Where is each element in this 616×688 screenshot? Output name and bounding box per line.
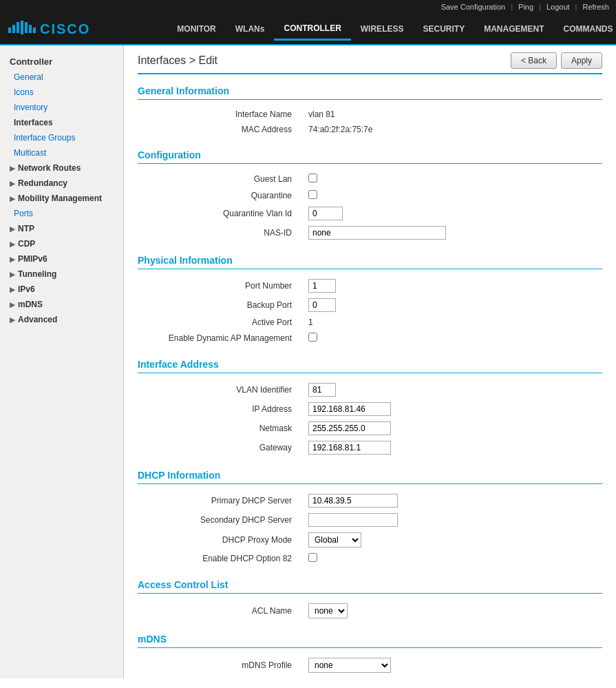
gateway-input[interactable] [308,441,391,455]
backup-port-label: Backup Port [138,295,303,315]
netmask-label: Netmask [138,419,303,438]
interface-address-table: VLAN Identifier IP Address Netmask Gatew… [138,380,602,457]
port-number-row: Port Number [138,276,602,295]
sidebar-item-interfaces[interactable]: Interfaces [0,115,123,130]
sidebar-item-mdns[interactable]: ▶ mDNS [0,297,123,312]
sidebar-item-ntp[interactable]: ▶ NTP [0,221,123,236]
primary-dhcp-input[interactable] [308,494,398,508]
gateway-label: Gateway [138,438,303,457]
page-title: Interfaces > Edit [138,54,217,67]
vlan-id-label: VLAN Identifier [138,380,303,399]
nav-management[interactable]: MANAGEMENT [474,19,553,39]
sidebar-item-label: PMIPv6 [18,254,47,264]
mdns-table: mDNS Profile none [138,655,602,676]
logo-nav-bar: CISCO MONITOR WLANs CONTROLLER WIRELESS … [0,14,616,45]
ip-address-label: IP Address [138,399,303,419]
ip-address-row: IP Address [138,399,602,419]
netmask-input[interactable] [308,421,391,435]
nav-monitor[interactable]: MONITOR [167,19,225,39]
mdns-section: mDNS mDNS Profile none [138,634,602,676]
quarantine-vlan-row: Quarantine Vlan Id [138,204,602,223]
primary-dhcp-row: Primary DHCP Server [138,491,602,510]
arrow-icon: ▶ [10,195,15,202]
sidebar-item-redundancy[interactable]: ▶ Redundancy [0,176,123,191]
mdns-profile-row: mDNS Profile none [138,655,602,676]
primary-dhcp-label: Primary DHCP Server [138,491,303,510]
acl-table: ACL Name none [138,601,602,621]
sidebar-item-tunneling[interactable]: ▶ Tunneling [0,267,123,282]
ping-link[interactable]: Ping [518,3,533,11]
acl-name-select[interactable]: none [308,603,348,618]
sidebar-item-ipv6[interactable]: ▶ IPv6 [0,282,123,297]
active-port-label: Active Port [138,315,303,330]
sidebar-item-network-routes[interactable]: ▶ Network Routes [0,160,123,176]
logout-link[interactable]: Logout [546,3,570,11]
secondary-dhcp-input[interactable] [308,513,398,527]
general-info-title: General Information [138,85,602,100]
acl-section: Access Control List ACL Name none [138,579,602,621]
dhcp-proxy-label: DHCP Proxy Mode [138,530,303,550]
dhcp-proxy-select[interactable]: Global Enabled Disabled [308,532,361,548]
enable-dynamic-checkbox[interactable] [308,333,317,342]
sidebar-item-general[interactable]: General [0,70,123,85]
nav-wlans[interactable]: WLANs [226,19,275,39]
port-number-input[interactable] [308,279,336,293]
mdns-profile-select[interactable]: none [308,658,391,673]
nas-id-input[interactable] [308,226,446,240]
nav-commands[interactable]: COMMANDS [553,19,616,39]
guest-lan-checkbox[interactable] [308,174,317,183]
ip-address-input[interactable] [308,402,391,416]
mdns-profile-label: mDNS Profile [138,655,303,676]
sidebar-item-label: CDP [18,239,35,249]
netmask-row: Netmask [138,419,602,438]
nav-wireless[interactable]: WIRELESS [351,19,414,39]
sidebar-item-cdp[interactable]: ▶ CDP [0,236,123,251]
svg-rect-3 [21,21,23,34]
sidebar-item-ports[interactable]: Ports [0,206,123,221]
sidebar-item-label: Mobility Management [18,194,102,203]
configuration-table: Guest Lan Quarantine Quarantine Vlan Id … [138,171,602,242]
vlan-id-input[interactable] [308,383,336,397]
sidebar-item-icons[interactable]: Icons [0,85,123,100]
arrow-icon: ▶ [10,225,15,233]
enable-dynamic-row: Enable Dynamic AP Management [138,330,602,346]
dhcp-proxy-row: DHCP Proxy Mode Global Enabled Disabled [138,530,602,550]
nav-controller[interactable]: CONTROLLER [274,18,350,41]
interface-name-row: Interface Name vlan 81 [138,107,602,122]
cisco-logo: CISCO [0,15,98,43]
backup-port-input[interactable] [308,298,336,312]
guest-lan-label: Guest Lan [138,171,303,187]
action-buttons: < Back Apply [511,52,602,69]
sidebar-item-label: mDNS [18,300,43,309]
sidebar-item-label: Tunneling [18,269,56,279]
physical-info-table: Port Number Backup Port Active Port 1 En… [138,276,602,346]
quarantine-vlan-input[interactable] [308,207,343,220]
mac-address-label: MAC Address [138,122,303,137]
top-bar: Save Configuration | Ping | Logout | Ref… [0,0,616,14]
guest-lan-row: Guest Lan [138,171,602,187]
arrow-icon: ▶ [10,271,15,278]
brand-name: CISCO [40,21,90,37]
enable-dynamic-label: Enable Dynamic AP Management [138,330,303,346]
sidebar-item-interface-groups[interactable]: Interface Groups [0,130,123,145]
refresh-link[interactable]: Refresh [582,3,609,11]
nav-security[interactable]: SECURITY [413,19,474,39]
sidebar-item-advanced[interactable]: ▶ Advanced [0,312,123,327]
quarantine-checkbox[interactable] [308,190,317,199]
save-config-link[interactable]: Save Configuration [441,3,506,11]
apply-button[interactable]: Apply [561,52,602,69]
sidebar-item-multicast[interactable]: Multicast [0,145,123,160]
dhcp-option82-row: Enable DHCP Option 82 [138,550,602,567]
cisco-logo-icon [8,19,36,39]
sidebar-item-pmipv6[interactable]: ▶ PMIPv6 [0,251,123,267]
arrow-icon: ▶ [10,256,15,263]
arrow-icon: ▶ [10,240,15,248]
backup-port-row: Backup Port [138,295,602,315]
back-button[interactable]: < Back [511,52,557,69]
sidebar-item-inventory[interactable]: Inventory [0,100,123,115]
arrow-icon: ▶ [10,286,15,293]
secondary-dhcp-label: Secondary DHCP Server [138,510,303,530]
svg-rect-4 [25,22,28,33]
sidebar-item-mobility[interactable]: ▶ Mobility Management [0,191,123,206]
dhcp-option82-checkbox[interactable] [308,553,317,562]
